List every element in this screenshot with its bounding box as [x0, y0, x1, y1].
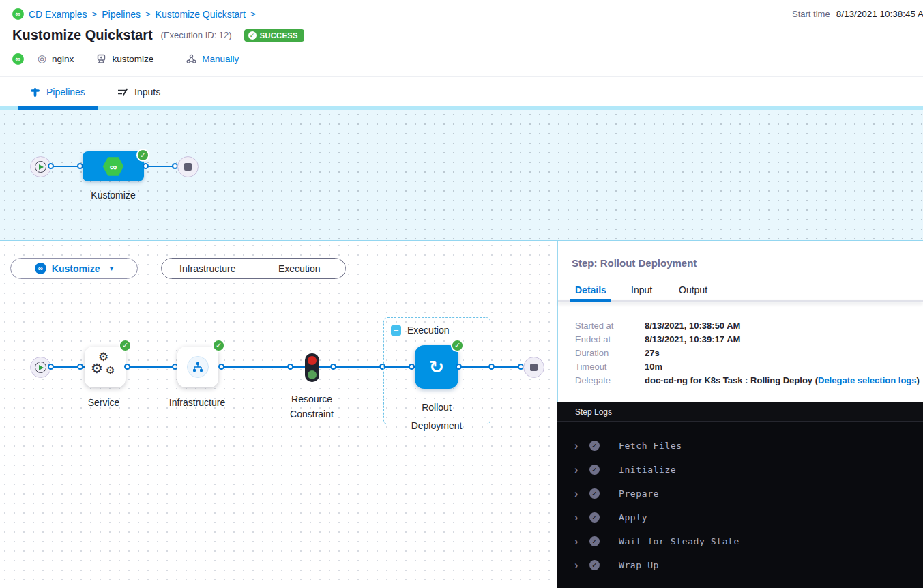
step-node-rollout-deployment[interactable]: ↻ [415, 345, 458, 389]
breadcrumb-cd-examples[interactable]: CD Examples [29, 9, 87, 20]
trigger-manually-link[interactable]: Manually [202, 54, 239, 64]
connector-dot [48, 364, 54, 370]
play-icon [35, 362, 46, 373]
step-logs-panel: Step Logs › ✓ Fetch Files › ✓ Initialize… [557, 402, 923, 588]
chevron-right-icon[interactable]: › [574, 488, 589, 500]
log-section-label: Apply [619, 512, 647, 523]
chevron-right-icon[interactable]: › [574, 512, 589, 524]
section-success-icon: ✓ [589, 441, 600, 451]
start-time-value: 8/13/2021 10:38:45 AM [836, 9, 923, 19]
log-section-fetch-files[interactable]: › ✓ Fetch Files [557, 434, 923, 458]
gears-icon: ⚙ [106, 365, 115, 375]
chevron-right-icon[interactable]: › [574, 440, 589, 452]
pipelines-icon [30, 87, 40, 98]
log-section-label: Fetch Files [619, 441, 682, 451]
detail-label: Ended at [575, 334, 645, 345]
section-success-icon: ✓ [589, 560, 600, 570]
chevron-down-icon: ▾ [110, 264, 114, 273]
breadcrumb-separator: > [145, 9, 151, 19]
gears-icon: ⚙ [91, 362, 103, 375]
execution-id: (Execution ID: 12) [161, 30, 232, 40]
stage-graph-canvas[interactable]: ∞ ✓ Kustomize [0, 110, 923, 241]
section-success-icon: ✓ [589, 512, 600, 523]
connector-dot [488, 364, 495, 370]
toggle-execution[interactable]: Execution [254, 263, 346, 274]
log-section-prepare[interactable]: › ✓ Prepare [557, 482, 923, 505]
step-node-service[interactable]: ⚙ ⚙ ⚙ [85, 347, 126, 387]
tab-pipelines-label: Pipelines [46, 87, 85, 98]
connector-line [127, 366, 177, 368]
detail-label: Started at [575, 321, 645, 332]
status-badge-label: SUCCESS [260, 31, 298, 40]
section-success-icon: ✓ [589, 465, 600, 475]
title-row: Kustomize Quickstart (Execution ID: 12) … [12, 27, 304, 43]
tabs-active-underline [570, 299, 611, 302]
chevron-right-icon[interactable]: › [574, 464, 589, 476]
page-title: Kustomize Quickstart [12, 27, 153, 43]
stage-selector-dropdown[interactable]: ∞ Kustomize ▾ [10, 258, 138, 279]
log-section-initialize[interactable]: › ✓ Initialize [557, 458, 923, 482]
detail-row-timeout: Timeout 10m [575, 362, 662, 372]
stage-node-kustomize[interactable]: ∞ [83, 151, 144, 181]
detail-row-duration: Duration 27s [575, 348, 660, 359]
delegate-value: doc-cd-ng for K8s Task : Rolling Deploy … [645, 375, 818, 385]
canvas-divider [0, 240, 923, 241]
harness-cd-logo-icon: ∞ [12, 8, 24, 20]
tab-pipelines[interactable]: Pipelines [30, 77, 85, 107]
step-logs-title: Step Logs [575, 407, 612, 417]
tab-details[interactable]: Details [575, 284, 606, 295]
connector-dot [330, 364, 336, 370]
execution-group-header: – Execution [391, 325, 449, 336]
detail-value: 27s [645, 348, 660, 359]
detail-value: 8/13/2021, 10:38:50 AM [645, 321, 740, 332]
delegate-selection-logs-link[interactable]: Delegate selection logs [818, 375, 917, 385]
chevron-right-icon[interactable]: › [574, 535, 589, 548]
log-section-label: Initialize [619, 465, 676, 475]
breadcrumb: ∞ CD Examples > Pipelines > Kustomize Qu… [12, 8, 255, 20]
step-node-resource-constraint[interactable] [305, 353, 319, 382]
detail-label: Delegate [575, 375, 645, 386]
environment-name: kustomize [112, 54, 153, 64]
tab-inputs[interactable]: Inputs [117, 77, 160, 107]
inputs-icon [117, 87, 128, 97]
pipeline-execution-page: ∞ CD Examples > Pipelines > Kustomize Qu… [0, 0, 923, 588]
log-section-wait-for-steady-state[interactable]: › ✓ Wait for Steady State [557, 529, 923, 553]
page-header: ∞ CD Examples > Pipelines > Kustomize Qu… [0, 0, 923, 76]
stage-end-node[interactable] [177, 156, 199, 177]
infrastructure-success-badge-icon: ✓ [212, 339, 225, 352]
chevron-right-icon[interactable]: › [574, 559, 589, 572]
execution-end-node[interactable] [523, 357, 544, 378]
tab-input[interactable]: Input [631, 284, 652, 295]
log-section-wrap-up[interactable]: › ✓ Wrap Up [557, 553, 923, 577]
step-logs-header: Step Logs [557, 402, 923, 422]
connector-dot [218, 364, 224, 370]
infrastructure-icon [187, 356, 209, 378]
start-time-label: Start time [792, 9, 830, 19]
step-node-infrastructure[interactable] [177, 347, 218, 387]
log-section-apply[interactable]: › ✓ Apply [557, 505, 923, 529]
collapse-group-icon[interactable]: – [391, 325, 401, 336]
stage-success-badge-icon: ✓ [136, 149, 149, 162]
connector-dot [456, 364, 462, 370]
tabbar-active-underline [18, 106, 98, 110]
execution-graph-canvas[interactable]: ∞ Kustomize ▾ Infrastructure Execution ⚙… [0, 241, 558, 588]
toggle-infrastructure[interactable]: Infrastructure [162, 263, 254, 274]
harness-cd-stage-selector-icon: ∞ [35, 263, 46, 274]
stage-selector-label: Kustomize [52, 263, 100, 274]
infrastructure-node-label: Infrastructure [163, 397, 231, 408]
tab-output[interactable]: Output [679, 284, 707, 295]
play-icon [35, 161, 46, 173]
connector-dot [143, 163, 149, 169]
tabs-divider [558, 300, 923, 302]
breadcrumb-separator: > [250, 9, 256, 19]
section-success-icon: ✓ [589, 488, 600, 499]
start-time: Start time 8/13/2021 10:38:45 AM [792, 9, 923, 19]
traffic-light-red-icon [308, 356, 317, 365]
detail-row-started-at: Started at 8/13/2021, 10:38:50 AM [575, 321, 740, 332]
detail-value: 8/13/2021, 10:39:17 AM [645, 334, 740, 345]
detail-value: 10m [645, 362, 662, 372]
tab-inputs-label: Inputs [134, 87, 160, 98]
breadcrumb-pipelines[interactable]: Pipelines [102, 9, 141, 20]
connector-dot [124, 364, 130, 370]
breadcrumb-kustomize-quickstart[interactable]: Kustomize Quickstart [156, 9, 246, 20]
